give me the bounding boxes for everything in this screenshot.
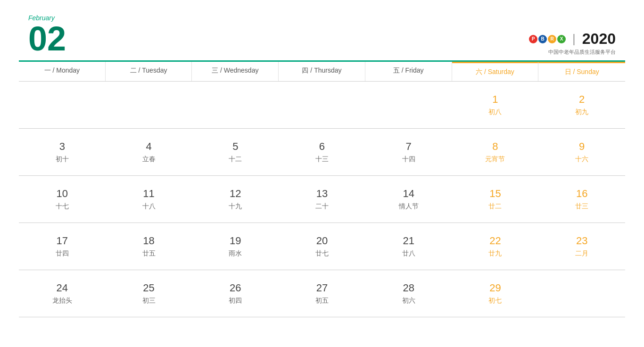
- day-chinese: 十四: [402, 155, 415, 164]
- day-number: 2: [579, 93, 585, 106]
- cal-cell-r2-c0: 10十七: [19, 176, 106, 223]
- cal-cell-r0-c3: [279, 82, 365, 128]
- header-cell-thursday: 四 / Thursday: [279, 62, 365, 81]
- day-number: 8: [492, 140, 498, 153]
- cal-cell-r3-c1: 18廿五: [106, 223, 192, 270]
- day-number: 1: [492, 93, 498, 106]
- calendar: 一 / Monday二 / Tuesday三 / Wednesday四 / Th…: [0, 60, 644, 317]
- day-number: 10: [57, 188, 68, 200]
- header-slash: /: [51, 66, 57, 74]
- circle-x: X: [557, 35, 566, 43]
- calendar-row-4: 17廿四18廿五19雨水20廿七21廿八22廿九23二月: [19, 223, 625, 270]
- header-cell-monday: 一 / Monday: [19, 62, 106, 81]
- day-number: 23: [576, 235, 587, 247]
- day-number: 15: [489, 188, 501, 200]
- cal-cell-r2-c6: 16廿三: [538, 176, 625, 223]
- day-number: 21: [403, 235, 414, 247]
- month-block: February 02: [28, 14, 66, 56]
- day-number: 25: [143, 282, 154, 294]
- header-cn: 日: [565, 68, 571, 75]
- day-chinese: 廿五: [142, 249, 156, 258]
- header-cn: 四: [302, 66, 308, 74]
- header-en: Thursday: [314, 66, 341, 74]
- header-cn: 五: [393, 66, 400, 74]
- day-chinese: 初六: [402, 297, 415, 305]
- cal-cell-r2-c4: 14情人节: [365, 176, 452, 223]
- day-chinese: 二月: [575, 249, 588, 258]
- cal-cell-r3-c2: 19雨水: [192, 223, 279, 270]
- header-slash: /: [308, 66, 314, 74]
- day-chinese: 十七: [56, 202, 69, 211]
- day-number: 24: [57, 282, 68, 294]
- header-cell-saturday: 六 / Saturday: [452, 62, 539, 81]
- day-chinese: 初八: [488, 108, 502, 116]
- day-chinese: 初五: [315, 297, 329, 305]
- header: February 02 P B R X | 2020 中国中老年品质生活服务平台: [0, 0, 644, 60]
- calendar-row-2: 3初十4立春5十二6十三7十四8元宵节9十六: [19, 129, 625, 176]
- cal-cell-r1-c2: 5十二: [192, 129, 279, 175]
- header-en: Sunday: [577, 68, 599, 75]
- day-number: 7: [406, 140, 412, 153]
- cal-cell-r2-c5: 15廿二: [452, 176, 539, 223]
- day-chinese: 十九: [229, 202, 242, 211]
- day-number: 16: [576, 188, 587, 200]
- day-chinese: 初七: [488, 297, 502, 305]
- day-number: 6: [319, 140, 325, 153]
- day-number: 13: [316, 188, 328, 200]
- header-en: Monday: [56, 66, 80, 74]
- day-chinese: 元宵节: [485, 155, 505, 164]
- day-chinese: 初十: [56, 155, 69, 164]
- day-chinese: 廿四: [56, 249, 69, 258]
- month-number: 02: [28, 22, 66, 56]
- day-chinese: 廿二: [488, 202, 502, 211]
- header-slash: /: [218, 66, 224, 74]
- header-en: Tuesday: [142, 66, 167, 74]
- logo-subtitle: 中国中老年品质生活服务平台: [548, 49, 616, 56]
- year-text: 2020: [582, 30, 616, 48]
- circle-b: B: [538, 35, 547, 43]
- day-chinese: 廿七: [315, 249, 329, 258]
- day-chinese: 廿八: [402, 249, 415, 258]
- cal-cell-r1-c0: 3初十: [19, 129, 106, 175]
- circle-r: R: [548, 35, 556, 43]
- day-number: 27: [316, 282, 328, 294]
- day-number: 3: [59, 140, 65, 153]
- header-slash: /: [137, 66, 142, 74]
- day-number: 20: [316, 235, 328, 247]
- cal-cell-r1-c1: 4立春: [106, 129, 192, 175]
- cal-cell-r4-c4: 28初六: [365, 270, 452, 317]
- cal-cell-r2-c2: 12十九: [192, 176, 279, 223]
- logo-separator: |: [572, 32, 576, 46]
- header-cn: 三: [212, 66, 218, 74]
- day-chinese: 二十: [315, 202, 329, 211]
- day-chinese: 立春: [142, 155, 156, 164]
- day-chinese: 十八: [142, 202, 156, 211]
- header-cn: 一: [44, 66, 51, 74]
- day-number: 18: [143, 235, 154, 247]
- cal-cell-r4-c0: 24龙抬头: [19, 270, 106, 317]
- day-chinese: 情人节: [399, 202, 419, 211]
- day-chinese: 初九: [575, 108, 588, 116]
- header-cell-friday: 五 / Friday: [365, 62, 452, 81]
- cal-cell-r4-c3: 27初五: [279, 270, 365, 317]
- calendar-body: 1初八2初九3初十4立春5十二6十三7十四8元宵节9十六10十七11十八12十九…: [19, 81, 625, 317]
- day-chinese: 廿三: [575, 202, 588, 211]
- cal-cell-r3-c4: 21廿八: [365, 223, 452, 270]
- circle-p: P: [529, 35, 537, 43]
- day-number: 19: [230, 235, 241, 247]
- day-number: 28: [403, 282, 414, 294]
- cal-cell-r1-c6: 9十六: [538, 129, 625, 175]
- logo-row: P B R X | 2020: [529, 30, 616, 48]
- cal-cell-r0-c1: [106, 82, 192, 128]
- day-chinese: 廿九: [488, 249, 502, 258]
- cal-cell-r3-c6: 23二月: [538, 223, 625, 270]
- cal-cell-r4-c2: 26初四: [192, 270, 279, 317]
- cal-cell-r0-c5: 1初八: [452, 82, 539, 128]
- header-en: Saturday: [488, 68, 514, 75]
- cal-cell-r3-c5: 22廿九: [452, 223, 539, 270]
- cal-cell-r0-c0: [19, 82, 106, 128]
- day-chinese: 龙抬头: [52, 297, 72, 305]
- calendar-row-5: 24龙抬头25初三26初四27初五28初六29初七: [19, 270, 625, 317]
- cal-cell-r1-c5: 8元宵节: [452, 129, 539, 175]
- day-number: 26: [230, 282, 241, 294]
